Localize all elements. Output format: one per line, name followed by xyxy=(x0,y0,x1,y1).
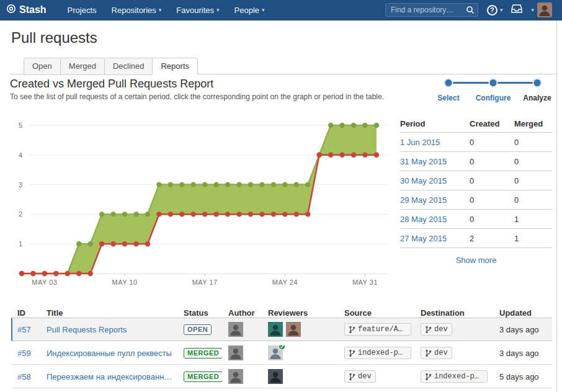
created-point[interactable] xyxy=(294,182,299,187)
period-link[interactable]: 30 May 2015 xyxy=(400,176,447,185)
nav-item-favourites[interactable]: Favourites▾ xyxy=(169,0,226,20)
merged-point[interactable] xyxy=(248,212,253,216)
created-point[interactable] xyxy=(122,212,127,216)
merged-point[interactable] xyxy=(225,212,230,216)
pr-title-link[interactable]: Индексированные пулл реквесты xyxy=(47,349,172,358)
merged-point[interactable] xyxy=(213,212,218,216)
merged-point[interactable] xyxy=(328,153,333,158)
merged-point[interactable] xyxy=(202,212,207,216)
created-point[interactable] xyxy=(202,182,207,187)
created-point[interactable] xyxy=(259,182,264,187)
table-row[interactable]: #57Pull Requests ReportsOPENfeature/AW…d… xyxy=(11,318,552,341)
pr-title-link[interactable]: Pull Requests Reports xyxy=(47,325,127,334)
merged-point[interactable] xyxy=(317,153,322,158)
merged-point[interactable] xyxy=(168,212,173,216)
created-vs-merged-chart[interactable]: 12345MAY 03MAY 10MAY 17MAY 24MAY 31 xyxy=(5,115,402,289)
merged-point[interactable] xyxy=(339,153,344,158)
merged-point[interactable] xyxy=(88,271,93,276)
created-point[interactable] xyxy=(213,182,218,187)
merged-point[interactable] xyxy=(374,153,379,158)
created-point[interactable] xyxy=(191,182,196,187)
created-point[interactable] xyxy=(156,182,161,187)
created-point[interactable] xyxy=(305,182,310,187)
tab-open[interactable]: Open xyxy=(24,58,61,75)
created-point[interactable] xyxy=(362,123,367,128)
pr-id-link[interactable]: #59 xyxy=(17,349,31,358)
period-link[interactable]: 28 May 2015 xyxy=(400,215,447,224)
merged-point[interactable] xyxy=(236,212,241,216)
created-point[interactable] xyxy=(225,182,230,187)
created-point[interactable] xyxy=(236,182,241,187)
merged-point[interactable] xyxy=(133,241,138,246)
merged-point[interactable] xyxy=(53,271,58,276)
period-link[interactable]: 1 Jun 2015 xyxy=(400,138,440,147)
merged-point[interactable] xyxy=(99,241,104,246)
created-point[interactable] xyxy=(179,182,184,187)
merged-point[interactable] xyxy=(122,241,127,246)
step-dot-configure[interactable] xyxy=(490,79,497,86)
tab-merged[interactable]: Merged xyxy=(60,58,105,75)
step-label-configure[interactable]: Configure xyxy=(476,94,511,102)
merged-point[interactable] xyxy=(110,241,115,246)
merged-point[interactable] xyxy=(271,212,276,216)
tab-declined[interactable]: Declined xyxy=(104,58,153,75)
merged-point[interactable] xyxy=(282,212,287,216)
merged-point[interactable] xyxy=(179,212,184,216)
step-label-analyze[interactable]: Analyze xyxy=(523,94,551,102)
created-point[interactable] xyxy=(99,212,104,216)
merged-point[interactable] xyxy=(42,271,47,276)
created-point[interactable] xyxy=(76,241,81,246)
created-point[interactable] xyxy=(88,241,93,246)
created-point[interactable] xyxy=(248,182,253,187)
stash-logo[interactable]: Stash xyxy=(6,4,47,16)
source-branch-lozenge[interactable]: feature/AW… xyxy=(344,323,411,336)
created-point[interactable] xyxy=(168,182,173,187)
source-branch-lozenge[interactable]: indexed-prs xyxy=(344,347,411,359)
created-point[interactable] xyxy=(328,123,333,128)
created-point[interactable] xyxy=(374,123,379,128)
merged-point[interactable] xyxy=(30,271,35,276)
step-label-select[interactable]: Select xyxy=(437,94,459,102)
merged-point[interactable] xyxy=(294,212,299,216)
inbox-icon[interactable] xyxy=(511,4,522,16)
created-point[interactable] xyxy=(110,212,115,216)
merged-point[interactable] xyxy=(362,153,367,158)
created-point[interactable] xyxy=(133,212,138,216)
merged-point[interactable] xyxy=(259,212,264,216)
merged-point[interactable] xyxy=(65,271,70,276)
period-link[interactable]: 29 May 2015 xyxy=(400,195,447,205)
search-input[interactable] xyxy=(385,3,478,17)
table-row[interactable]: #58Переезжаем на индексированн…MERGEDdev… xyxy=(11,365,552,388)
tab-reports[interactable]: Reports xyxy=(152,58,198,75)
pr-id-link[interactable]: #57 xyxy=(17,325,31,334)
nav-item-repositories[interactable]: Repositories▾ xyxy=(104,0,169,20)
search-icon[interactable] xyxy=(466,6,475,17)
pr-title-link[interactable]: Переезжаем на индексированн… xyxy=(47,372,172,381)
help-menu[interactable]: ? ▾ xyxy=(487,5,503,16)
period-link[interactable]: 31 May 2015 xyxy=(400,157,447,166)
nav-item-projects[interactable]: Projects xyxy=(60,0,104,20)
nav-item-people[interactable]: People▾ xyxy=(227,0,272,20)
merged-point[interactable] xyxy=(191,212,196,216)
created-point[interactable] xyxy=(351,123,356,128)
user-menu[interactable]: ▾ xyxy=(531,2,552,17)
created-point[interactable] xyxy=(271,182,276,187)
created-point[interactable] xyxy=(282,182,287,187)
merged-point[interactable] xyxy=(145,241,150,246)
merged-point[interactable] xyxy=(156,212,161,216)
source-branch-lozenge[interactable]: dev xyxy=(344,370,376,383)
show-more-link[interactable]: Show more xyxy=(456,256,497,265)
destination-branch-lozenge[interactable]: dev xyxy=(421,347,452,359)
table-row[interactable]: #59Индексированные пулл реквестыMERGEDin… xyxy=(11,341,552,365)
merged-point[interactable] xyxy=(76,271,81,276)
period-link[interactable]: 27 May 2015 xyxy=(400,234,447,243)
step-dot-analyze[interactable] xyxy=(534,79,541,86)
destination-branch-lozenge[interactable]: indexed-prs xyxy=(421,370,488,383)
step-dot-select[interactable] xyxy=(445,79,452,86)
pr-id-link[interactable]: #58 xyxy=(17,372,31,381)
created-point[interactable] xyxy=(145,212,150,216)
created-point[interactable] xyxy=(339,123,344,128)
destination-branch-lozenge[interactable]: dev xyxy=(421,323,452,336)
merged-point[interactable] xyxy=(19,271,24,276)
merged-point[interactable] xyxy=(305,212,310,216)
